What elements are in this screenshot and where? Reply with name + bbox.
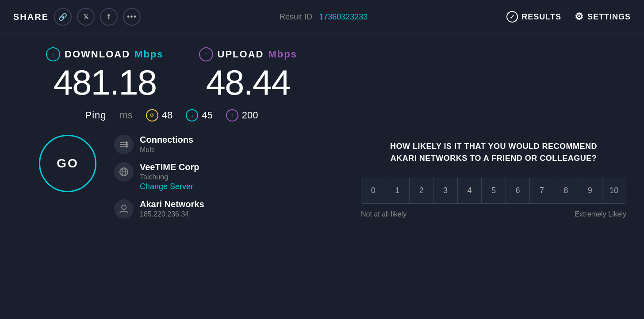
go-label: GO xyxy=(57,156,79,171)
connections-icon xyxy=(114,135,134,154)
upload-block: ↑ UPLOAD Mbps 48.44 xyxy=(199,47,297,100)
nps-1[interactable]: 1 xyxy=(385,178,409,203)
info-row: GO Con xyxy=(39,135,304,219)
isp-title: Akari Networks xyxy=(140,199,204,209)
download-value: 481.18 xyxy=(46,65,163,100)
nps-question-line2: AKARI NETWORKS TO A FRIEND OR COLLEAGUE? xyxy=(391,154,597,163)
server-item: VeeTIME Corp Taichung Change Server xyxy=(114,162,204,191)
upload-unit: Mbps xyxy=(268,49,297,60)
nps-low-label: Not at all likely xyxy=(361,210,406,218)
check-circle-icon: ✓ xyxy=(506,11,518,23)
nps-question: HOW LIKELY IS IT THAT YOU WOULD RECOMMEN… xyxy=(361,141,626,164)
download-ping-stat: ↓ 45 xyxy=(186,109,212,122)
ping-label: Ping xyxy=(85,110,106,121)
download-icon: ↓ xyxy=(46,47,60,61)
jitter-value: 48 xyxy=(162,110,172,121)
nps-9[interactable]: 9 xyxy=(578,178,602,203)
nps-10[interactable]: 10 xyxy=(602,178,626,203)
jitter-stat: ⟳ 48 xyxy=(146,109,172,122)
upload-ping-stat: ↑ 200 xyxy=(226,109,258,122)
jitter-icon: ⟳ xyxy=(146,109,158,122)
right-panel: HOW LIKELY IS IT THAT YOU WOULD RECOMMEN… xyxy=(343,34,644,319)
ping-unit: ms xyxy=(120,110,133,121)
connections-text: Connections Multi xyxy=(140,135,193,154)
result-id-label: Result ID xyxy=(280,12,312,21)
nps-scale: 0 1 2 3 4 5 6 7 8 9 10 xyxy=(361,178,626,204)
gear-icon: ⚙ xyxy=(575,11,584,23)
nps-5[interactable]: 5 xyxy=(482,178,506,203)
download-ping-icon: ↓ xyxy=(186,109,198,122)
isp-item: Akari Networks 185.220.236.34 xyxy=(114,199,204,219)
server-globe-icon xyxy=(114,162,134,182)
nps-2[interactable]: 2 xyxy=(410,178,433,203)
server-info: Connections Multi xyxy=(114,135,204,219)
nps-4[interactable]: 4 xyxy=(458,178,482,203)
go-button[interactable]: GO xyxy=(39,135,96,192)
connections-subtitle: Multi xyxy=(140,146,193,154)
link-icon[interactable]: 🔗 xyxy=(54,8,72,26)
settings-button[interactable]: ⚙ SETTINGS xyxy=(575,11,631,23)
nps-question-line1: HOW LIKELY IS IT THAT YOU WOULD RECOMMEN… xyxy=(390,142,597,151)
svg-point-8 xyxy=(122,205,126,209)
share-label: SHARE xyxy=(13,12,49,22)
download-label: DOWNLOAD xyxy=(65,49,130,60)
download-unit: Mbps xyxy=(134,49,163,60)
settings-label: SETTINGS xyxy=(587,12,631,22)
change-server-link[interactable]: Change Server xyxy=(140,182,199,191)
result-id-value[interactable]: 17360323233 xyxy=(319,12,368,21)
download-block: ↓ DOWNLOAD Mbps 481.18 xyxy=(46,47,163,100)
more-icon[interactable]: ••• xyxy=(123,8,141,26)
nps-6[interactable]: 6 xyxy=(506,178,530,203)
header-right: ✓ RESULTS ⚙ SETTINGS xyxy=(506,11,631,23)
twitter-icon[interactable]: 𝕏 xyxy=(77,8,95,26)
nps-0[interactable]: 0 xyxy=(361,178,385,203)
nps-7[interactable]: 7 xyxy=(530,178,554,203)
server-text: VeeTIME Corp Taichung Change Server xyxy=(140,162,199,191)
upload-value: 48.44 xyxy=(199,65,297,100)
upload-ping-icon: ↑ xyxy=(226,109,238,122)
speeds-row: ↓ DOWNLOAD Mbps 481.18 ↑ UPLOAD Mbps 48.… xyxy=(46,47,297,100)
connections-item: Connections Multi xyxy=(114,135,204,154)
share-section: SHARE 🔗 𝕏 f ••• xyxy=(13,8,141,26)
nps-labels: Not at all likely Extremely Likely xyxy=(361,210,626,218)
server-location: Taichung xyxy=(140,173,199,181)
left-panel: ↓ DOWNLOAD Mbps 481.18 ↑ UPLOAD Mbps 48.… xyxy=(0,34,343,319)
header: SHARE 🔗 𝕏 f ••• Result ID 17360323233 ✓ … xyxy=(0,0,644,34)
upload-label: UPLOAD xyxy=(218,49,264,60)
nps-8[interactable]: 8 xyxy=(554,178,578,203)
isp-text: Akari Networks 185.220.236.34 xyxy=(140,199,204,218)
results-label: RESULTS xyxy=(521,12,561,22)
user-icon xyxy=(114,199,134,219)
nps-high-label: Extremely Likely xyxy=(575,210,626,218)
upload-ping-value: 200 xyxy=(242,110,258,121)
ping-row: Ping ms ⟳ 48 ↓ 45 ↑ 200 xyxy=(85,109,258,122)
results-button[interactable]: ✓ RESULTS xyxy=(506,11,561,23)
facebook-icon[interactable]: f xyxy=(100,8,118,26)
isp-ip: 185.220.236.34 xyxy=(140,210,204,218)
connections-title: Connections xyxy=(140,135,193,145)
server-title: VeeTIME Corp xyxy=(140,162,199,172)
result-id: Result ID 17360323233 xyxy=(280,12,368,22)
download-ping-value: 45 xyxy=(202,110,212,121)
nps-3[interactable]: 3 xyxy=(433,178,457,203)
main-content: ↓ DOWNLOAD Mbps 481.18 ↑ UPLOAD Mbps 48.… xyxy=(0,34,644,319)
upload-icon: ↑ xyxy=(199,47,213,61)
